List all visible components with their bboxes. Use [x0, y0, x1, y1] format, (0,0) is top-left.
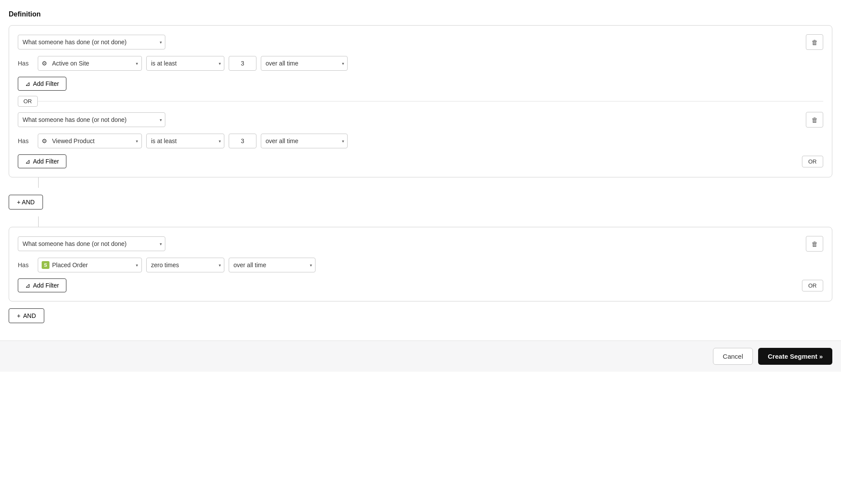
cancel-button[interactable]: Cancel	[713, 348, 753, 365]
action-dropdown-1b[interactable]: Viewed Product Active on Site Placed Ord…	[38, 134, 141, 148]
time-dropdown-1[interactable]: over all time in the last since	[261, 56, 348, 71]
add-filter-row-1: ⊿ Add Filter	[18, 77, 823, 91]
time-dropdown-2[interactable]: over all time in the last since	[229, 258, 315, 272]
has-row-2: Has S Placed Order Active on Site Viewed…	[18, 258, 823, 272]
action-select-1b[interactable]: ⚙ Viewed Product Active on Site Placed O…	[38, 134, 142, 148]
delete-group-1-button[interactable]: 🗑	[806, 34, 823, 50]
add-filter-button-1b[interactable]: ⊿ Add Filter	[18, 154, 66, 168]
and-connector-1: + AND	[9, 177, 832, 227]
trash-icon-1: 🗑	[811, 39, 818, 46]
condition-dropdown-1b[interactable]: is at least is at most equals zero times	[146, 134, 224, 148]
delete-group-2-button[interactable]: 🗑	[806, 236, 823, 252]
action-select-2[interactable]: S Placed Order Active on Site Viewed Pro…	[38, 258, 142, 272]
and-button-2[interactable]: + AND	[9, 308, 44, 323]
add-filter-label-1: Add Filter	[33, 80, 59, 87]
action-dropdown-1[interactable]: Active on Site Viewed Product Placed Ord…	[38, 56, 141, 70]
number-input-1[interactable]	[229, 56, 256, 71]
or-line-1	[38, 101, 824, 101]
and-button-1[interactable]: + AND	[9, 195, 43, 209]
page-title: Definition	[9, 10, 832, 18]
condition-select-wrapper-2[interactable]: zero times is at least is at most equals…	[146, 258, 224, 272]
what-select-row-1b: What someone has done (or not done) What…	[18, 112, 823, 128]
trash-icon-2: 🗑	[811, 240, 818, 248]
time-dropdown-1b[interactable]: over all time in the last since	[261, 134, 348, 148]
add-filter-label-2: Add Filter	[33, 282, 59, 289]
what-done-select-2[interactable]: What someone has done (or not done) What…	[18, 236, 165, 251]
what-done-select-1b[interactable]: What someone has done (or not done) What…	[18, 112, 165, 127]
connector-line-1	[38, 177, 39, 188]
or-label-1: OR	[18, 96, 38, 107]
what-done-dropdown-1b[interactable]: What someone has done (or not done) What…	[18, 112, 165, 127]
what-done-select-1[interactable]: What someone has done (or not done) What…	[18, 35, 165, 49]
or-btn-label-1: OR	[808, 158, 817, 165]
bottom-row-1b: ⊿ Add Filter OR	[18, 154, 823, 168]
add-filter-button-2[interactable]: ⊿ Add Filter	[18, 278, 66, 292]
condition-group-2: What someone has done (or not done) What…	[9, 227, 832, 301]
trash-icon-1b: 🗑	[811, 116, 818, 124]
filter-icon-1b: ⊿	[25, 158, 30, 165]
plus-icon-2: +	[17, 312, 20, 319]
condition-select-wrapper-1b[interactable]: is at least is at most equals zero times…	[146, 134, 224, 148]
what-select-row-2: What someone has done (or not done) What…	[18, 236, 823, 252]
number-input-1b[interactable]	[229, 134, 256, 148]
create-segment-button[interactable]: Create Segment »	[758, 348, 832, 365]
what-select-row-1: What someone has done (or not done) What…	[18, 34, 823, 50]
or-button-1[interactable]: OR	[802, 156, 824, 167]
time-select-wrapper-2[interactable]: over all time in the last since ▾	[229, 258, 315, 272]
delete-subgroup-1b-button[interactable]: 🗑	[806, 112, 823, 128]
or-button-2[interactable]: OR	[802, 280, 824, 291]
time-select-wrapper-1[interactable]: over all time in the last since ▾	[261, 56, 348, 71]
has-label-2: Has	[18, 262, 33, 268]
what-done-dropdown-2[interactable]: What someone has done (or not done) What…	[18, 236, 165, 251]
and-label-1: + AND	[17, 199, 35, 206]
has-row-1b: Has ⚙ Viewed Product Active on Site Plac…	[18, 134, 823, 148]
filter-icon-1: ⊿	[25, 80, 30, 87]
condition-dropdown-2[interactable]: zero times is at least is at most equals	[146, 258, 224, 272]
or-subgroup-1: What someone has done (or not done) What…	[18, 112, 823, 168]
or-separator-1: OR	[18, 96, 823, 107]
time-select-wrapper-1b[interactable]: over all time in the last since ▾	[261, 134, 348, 148]
add-filter-label-1b: Add Filter	[33, 158, 59, 165]
condition-group-1: What someone has done (or not done) What…	[9, 25, 832, 177]
what-done-dropdown-1[interactable]: What someone has done (or not done) What…	[18, 35, 165, 49]
has-label-1b: Has	[18, 137, 33, 144]
has-row-1: Has ⚙ Active on Site Viewed Product Plac…	[18, 56, 823, 71]
action-select-1[interactable]: ⚙ Active on Site Viewed Product Placed O…	[38, 56, 142, 71]
bottom-row-2: ⊿ Add Filter OR	[18, 278, 823, 292]
connector-line-2	[38, 216, 39, 227]
filter-icon-2: ⊿	[25, 282, 30, 289]
condition-dropdown-1[interactable]: is at least is at most equals zero times	[146, 56, 224, 71]
footer-bar: Cancel Create Segment »	[0, 340, 841, 372]
condition-select-wrapper-1[interactable]: is at least is at most equals zero times…	[146, 56, 224, 71]
and-label-2: AND	[23, 312, 36, 319]
has-label-1: Has	[18, 60, 33, 67]
add-filter-button-1[interactable]: ⊿ Add Filter	[18, 77, 66, 91]
action-dropdown-2[interactable]: Placed Order Active on Site Viewed Produ…	[38, 258, 141, 272]
or-btn-label-2: OR	[808, 282, 817, 289]
